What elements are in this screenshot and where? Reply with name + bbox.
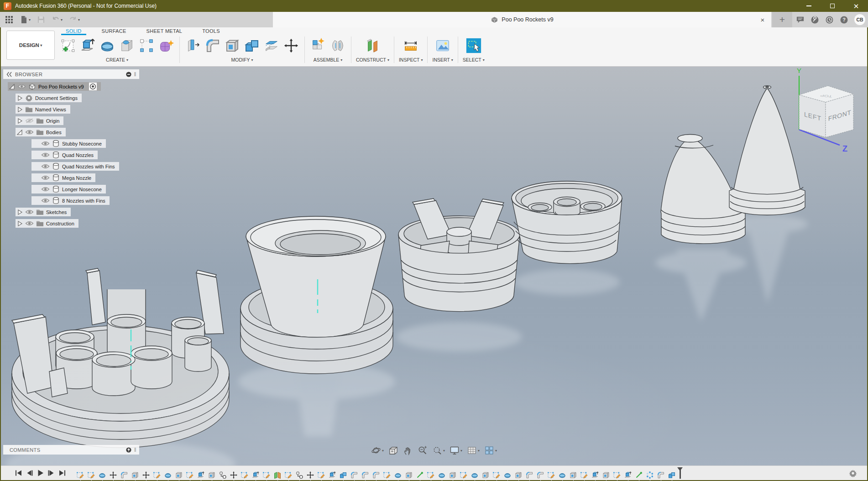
select-tool-button[interactable]	[465, 37, 482, 54]
timeline-feature-16-sketch[interactable]	[241, 471, 249, 479]
ribbon-tab-solid[interactable]: SOLID	[61, 27, 86, 35]
document-tab[interactable]: Poo Poo Rockets v9 ×	[273, 12, 771, 27]
timeline-feature-38-shell[interactable]	[481, 471, 490, 479]
timeline-feature-1-sketch[interactable]	[76, 471, 84, 479]
group-label-construct[interactable]: CONSTRUCT▾	[356, 57, 389, 63]
timeline-feature-6-shell[interactable]	[131, 471, 139, 479]
tri-open-icon[interactable]	[9, 84, 15, 90]
new-tab-button[interactable]: +	[772, 12, 792, 27]
create-form-tool-button[interactable]	[157, 37, 175, 54]
collapse-panel-icon[interactable]	[6, 71, 12, 78]
browser-item-named-views[interactable]: Named Views	[16, 105, 70, 114]
ribbon-tab-surface[interactable]: SURFACE	[97, 27, 131, 35]
application-grid-button[interactable]	[3, 14, 16, 26]
tri-closed-icon[interactable]	[16, 118, 23, 124]
look-at-button[interactable]	[388, 445, 398, 455]
revolve-tool-button[interactable]	[99, 37, 116, 54]
eye-on-icon[interactable]	[25, 129, 34, 135]
body-8-nozzles-with-fins[interactable]	[12, 268, 229, 448]
job-status-icon[interactable]	[810, 16, 819, 24]
group-label-assemble[interactable]: ASSEMBLE▾	[314, 57, 343, 63]
file-menu-button[interactable]: ▾	[17, 14, 33, 26]
save-button[interactable]	[35, 14, 47, 26]
tri-closed-icon[interactable]	[16, 220, 23, 227]
browser-item-poo-poo-rockets-v9[interactable]: Poo Poo Rockets v9	[8, 82, 101, 91]
eye-on-icon[interactable]	[41, 141, 50, 146]
eye-off-icon[interactable]	[25, 118, 34, 124]
panel-grip-icon[interactable]: ‖	[134, 71, 136, 78]
timeline-feature-46-shell[interactable]	[569, 471, 577, 479]
browser-item-quad-nozzles-with-fins[interactable]: Quad Nozzles with Fins	[31, 162, 119, 171]
timeline-feature-32-axis[interactable]	[416, 471, 424, 479]
eye-on-icon[interactable]	[25, 209, 34, 215]
group-label-select[interactable]: SELECT▾	[463, 57, 485, 63]
eye-on-icon[interactable]	[17, 84, 26, 89]
timeline-feature-11-sketch[interactable]	[186, 471, 194, 479]
eye-on-icon[interactable]	[41, 175, 50, 181]
body-mega-nozzle[interactable]	[241, 216, 393, 374]
timeline-feature-33-sketch[interactable]	[427, 471, 435, 479]
eye-on-icon[interactable]	[41, 198, 50, 204]
timeline-feature-5-fillet[interactable]	[120, 471, 128, 479]
group-label-modify[interactable]: MODIFY▾	[231, 57, 253, 63]
previous-feature-button[interactable]	[26, 469, 33, 477]
timeline-feature-39-sketch[interactable]	[492, 471, 501, 479]
timeline-feature-30-revolve[interactable]	[394, 471, 402, 479]
timeline-feature-28-fillet[interactable]	[372, 471, 380, 479]
show-comments-icon[interactable]	[796, 16, 805, 24]
timeline-feature-41-shell[interactable]	[514, 471, 523, 479]
go-to-end-button[interactable]	[58, 469, 66, 477]
timeline-feature-23-sketch[interactable]	[317, 471, 325, 479]
measure-tool-button[interactable]	[402, 37, 419, 54]
browser-item-sketches[interactable]: Sketches	[16, 208, 71, 216]
timeline-feature-40-revolve[interactable]	[503, 471, 512, 479]
timeline-feature-3-revolve[interactable]	[98, 471, 106, 479]
move-copy-tool-button[interactable]	[282, 37, 300, 54]
timeline-feature-4-move[interactable]	[109, 471, 117, 479]
timeline-feature-7-move[interactable]	[142, 471, 150, 479]
timeline-feature-26-fillet[interactable]	[350, 471, 358, 479]
tri-closed-icon[interactable]	[16, 106, 23, 113]
group-label-inspect[interactable]: INSPECT▾	[399, 57, 423, 63]
timeline-feature-45-revolve[interactable]	[558, 471, 566, 479]
timeline-feature-10-shell[interactable]	[175, 471, 183, 479]
timeline-feature-13-shell[interactable]	[208, 471, 216, 479]
timeline-feature-2-sketch[interactable]	[87, 471, 95, 479]
timeline-feature-51-extrude[interactable]	[624, 471, 632, 479]
browser-item-bodies[interactable]: Bodies	[16, 128, 66, 136]
zoom-button[interactable]	[418, 445, 428, 455]
play-button[interactable]	[37, 469, 44, 477]
viewports-button[interactable]: ▾	[484, 445, 497, 455]
timeline-feature-35-shell[interactable]	[449, 471, 457, 479]
fillet-tool-button[interactable]	[204, 37, 221, 54]
help-icon[interactable]: ?	[840, 16, 848, 24]
timeline-feature-52-axis[interactable]	[635, 471, 643, 479]
timeline-playhead[interactable]	[680, 468, 681, 479]
timeline-settings-gear-icon[interactable]	[849, 469, 857, 477]
tri-open-icon[interactable]	[16, 129, 23, 136]
insert-canvas-tool-button[interactable]	[434, 37, 451, 54]
body-quad-nozzles-with-fins[interactable]	[398, 199, 520, 312]
body-quad-nozzles[interactable]	[512, 181, 622, 264]
3d-viewport[interactable]: Y Z LEFT FRONT TOP	[1, 67, 867, 465]
timeline-feature-27-fillet[interactable]	[361, 471, 369, 479]
timeline-feature-15-move[interactable]	[230, 471, 238, 479]
panel-grip-icon[interactable]: ‖	[134, 447, 136, 453]
timeline-feature-20-sketch[interactable]	[284, 471, 293, 479]
redo-button[interactable]: ▾	[67, 14, 82, 26]
timeline-feature-34-revolve[interactable]	[438, 471, 446, 479]
close-button[interactable]: ✕	[844, 0, 868, 12]
timeline-feature-50-sketch[interactable]	[613, 471, 621, 479]
timeline-feature-53-circular-pattern[interactable]	[646, 471, 654, 479]
eye-on-icon[interactable]	[41, 186, 50, 192]
pan-button[interactable]	[403, 445, 413, 455]
timeline-feature-29-sketch[interactable]	[383, 471, 391, 479]
timeline-feature-47-sketch[interactable]	[580, 471, 588, 479]
timeline-feature-21-paste-new[interactable]	[295, 471, 303, 479]
extrude-tool-button[interactable]	[79, 37, 96, 54]
hole-tool-button[interactable]	[118, 37, 136, 54]
timeline-feature-9-revolve[interactable]	[164, 471, 172, 479]
timeline-feature-54-fillet[interactable]	[657, 471, 665, 479]
timeline-feature-48-extrude[interactable]	[591, 471, 599, 479]
activate-radio-icon[interactable]	[89, 83, 97, 90]
